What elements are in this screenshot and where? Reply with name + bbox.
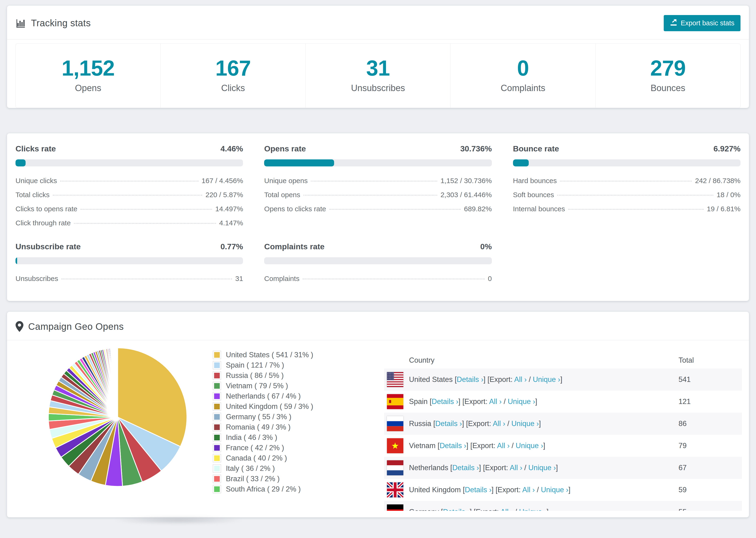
rate-title: Complaints rate: [264, 242, 324, 251]
seg-4: ]: [543, 442, 545, 450]
stat-box: 1,152 Opens: [16, 43, 161, 108]
legend-swatch: [213, 475, 221, 483]
rate-row-value: 4.147%: [219, 219, 243, 227]
export-unique-link[interactable]: Unique ›: [515, 442, 543, 450]
page-bottom-shadow: [113, 516, 244, 524]
dotted-leader: [568, 209, 703, 210]
legend-label: United States ( 541 / 31% ): [226, 351, 313, 359]
country-total: 79: [678, 442, 742, 450]
rate-value: 30.736%: [460, 144, 492, 153]
export-all-link[interactable]: All ›: [522, 486, 535, 494]
dotted-leader: [74, 223, 216, 224]
rate-title: Bounce rate: [513, 144, 559, 153]
rate-rows: Unique opens 1,152 / 30.736% Total opens…: [264, 177, 492, 213]
seg-3: /: [527, 375, 533, 384]
stat-value: 0: [451, 57, 595, 79]
export-unique-link[interactable]: Unique ›: [528, 463, 556, 472]
country-name: Netherlands: [409, 463, 450, 472]
geo-row-text: Germany [Details ›] [Export: All › / Uni…: [409, 508, 678, 511]
legend-swatch-color: [214, 373, 220, 378]
legend-item: Italy ( 36 / 2% ): [213, 464, 349, 473]
rate-progress-track: [16, 257, 243, 264]
page-title: Tracking stats: [31, 18, 91, 28]
export-all-link[interactable]: All ›: [514, 375, 527, 384]
tracking-stats-card: Tracking stats Export basic stats 1,152 …: [7, 6, 749, 108]
pie-slice[interactable]: [117, 348, 118, 417]
details-link[interactable]: Details ›: [432, 398, 459, 405]
country-name: Spain: [409, 398, 430, 405]
seg-4: ]: [556, 463, 558, 472]
legend-swatch-color: [214, 445, 220, 451]
export-unique-link[interactable]: Unique ›: [519, 508, 547, 511]
details-link[interactable]: Details ›: [443, 508, 470, 511]
table-row: Netherlands [Details ›] [Export: All › /…: [384, 457, 742, 479]
legend-swatch-color: [214, 486, 220, 492]
seg-1: [: [430, 398, 432, 405]
rate-progress-fill: [16, 159, 26, 166]
export-unique-link[interactable]: Unique ›: [512, 419, 539, 428]
export-all-link[interactable]: All ›: [500, 508, 513, 511]
details-link[interactable]: Details ›: [465, 486, 492, 494]
geo-row-text: Vietnam [Details ›] [Export: All › / Uni…: [409, 442, 678, 450]
rate-row-label: Internal bounces: [513, 205, 565, 213]
rate-row-value: 220 / 5.87%: [205, 191, 243, 199]
legend-swatch: [213, 444, 221, 452]
legend-item: Germany ( 55 / 3% ): [213, 413, 349, 421]
tracking-stats-title-group: Tracking stats: [16, 18, 91, 28]
rate-row-label: Soft bounces: [513, 191, 554, 199]
rate-title: Clicks rate: [16, 144, 56, 153]
export-unique-link[interactable]: Unique ›: [508, 398, 535, 405]
rates-grid: Clicks rate 4.46% Unique clicks 167 / 4.…: [16, 144, 740, 283]
details-link[interactable]: Details ›: [452, 463, 479, 472]
dotted-leader: [81, 209, 212, 210]
export-basic-stats-button[interactable]: Export basic stats: [664, 15, 740, 31]
legend-item: Canada ( 40 / 2% ): [213, 454, 349, 462]
legend-swatch-color: [214, 352, 220, 358]
export-unique-link[interactable]: Unique ›: [541, 486, 568, 494]
legend-swatch-color: [214, 476, 220, 482]
rate-row-label: Total opens: [264, 191, 300, 199]
geo-table-header: Country Total: [384, 352, 742, 368]
rate-section: Complaints rate 0% Complaints 0: [264, 242, 492, 283]
legend-item: Russia ( 86 / 5% ): [213, 371, 349, 380]
seg-2: ] [Export:: [469, 508, 500, 511]
legend-item: United States ( 541 / 31% ): [213, 351, 349, 359]
legend-item: Brazil ( 33 / 2% ): [213, 475, 349, 483]
details-link[interactable]: Details ›: [435, 419, 462, 428]
legend-label: United Kingdom ( 59 / 3% ): [226, 402, 313, 411]
stat-value: 167: [161, 57, 305, 79]
rate-detail-row: Unique opens 1,152 / 30.736%: [264, 177, 492, 185]
details-link[interactable]: Details ›: [457, 375, 483, 384]
stat-box: 279 Bounces: [595, 43, 740, 108]
rate-progress-fill: [264, 159, 334, 166]
rate-value: 6.927%: [714, 144, 740, 153]
rate-detail-row: Complaints 0: [264, 275, 492, 283]
export-unique-link[interactable]: Unique ›: [533, 375, 560, 384]
legend-swatch: [213, 351, 221, 359]
rate-row-label: Unique clicks: [16, 177, 57, 185]
legend-swatch: [213, 402, 221, 411]
rate-row-label: Unique opens: [264, 177, 307, 185]
legend-swatch-color: [214, 456, 220, 461]
export-all-link[interactable]: All ›: [510, 463, 522, 472]
export-all-link[interactable]: All ›: [493, 419, 505, 428]
rate-head: Complaints rate 0%: [264, 242, 492, 251]
rate-detail-row: Internal bounces 19 / 6.81%: [513, 205, 740, 213]
dotted-leader: [329, 209, 460, 210]
geo-row-text: Netherlands [Details ›] [Export: All › /…: [409, 463, 678, 472]
country-total: 86: [678, 419, 742, 428]
seg-2: ] [Export:: [483, 375, 514, 384]
rate-row-label: Unsubscribes: [16, 275, 58, 283]
export-all-link[interactable]: All ›: [497, 442, 510, 450]
geo-row-text: United Kingdom [Details ›] [Export: All …: [409, 486, 678, 494]
dotted-leader: [53, 195, 202, 195]
pie-area: [16, 340, 189, 517]
rate-detail-row: Click through rate 4.147%: [16, 219, 243, 227]
rate-detail-row: Soft bounces 18 / 0%: [513, 191, 740, 199]
details-link[interactable]: Details ›: [440, 442, 466, 450]
export-all-link[interactable]: All ›: [489, 398, 502, 405]
country-column-header: Country: [409, 356, 678, 364]
legend-swatch-color: [214, 435, 220, 440]
seg-3: /: [522, 463, 528, 472]
rate-row-label: Hard bounces: [513, 177, 557, 185]
